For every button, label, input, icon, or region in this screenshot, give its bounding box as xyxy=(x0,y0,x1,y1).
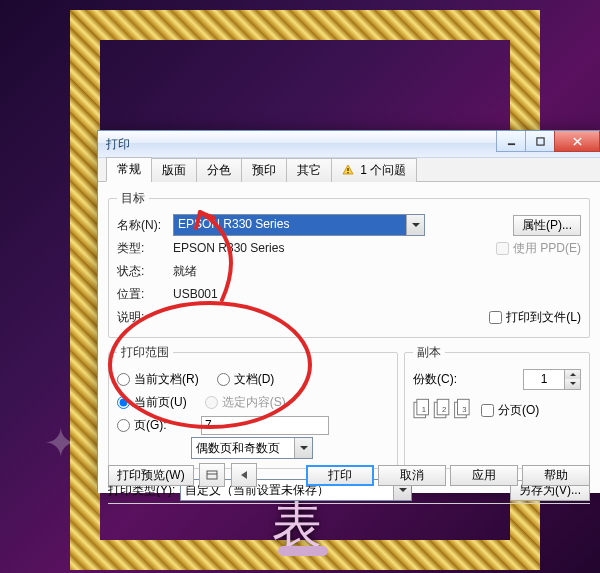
close-button[interactable] xyxy=(554,131,600,152)
collate-checkbox[interactable]: 分页(O) xyxy=(481,402,539,419)
cancel-button[interactable]: 取消 xyxy=(378,465,446,486)
collate-icon: 1 2 3 xyxy=(413,396,473,425)
background-underline xyxy=(278,546,328,556)
properties-button[interactable]: 属性(P)... xyxy=(513,215,581,236)
radio-current-page[interactable]: 当前页(U) xyxy=(117,394,187,411)
pages-mode-select[interactable]: 偶数页和奇数页 xyxy=(191,437,313,459)
svg-text:1: 1 xyxy=(422,405,426,414)
type-label: 类型: xyxy=(117,240,173,257)
svg-rect-3 xyxy=(347,172,348,173)
print-to-file-checkbox[interactable]: 打印到文件(L) xyxy=(489,309,581,326)
status-value: 就绪 xyxy=(173,263,197,280)
range-legend: 打印范围 xyxy=(117,344,173,361)
tab-general[interactable]: 常规 xyxy=(106,157,152,182)
tool-button-2[interactable] xyxy=(231,463,257,487)
copies-count-input[interactable] xyxy=(523,369,581,390)
print-dialog: 打印 常规 版面 分色 预印 其它 1 个问题 目标 名称(N): EPSON … xyxy=(97,130,600,492)
radio-documents[interactable]: 文档(D) xyxy=(217,371,275,388)
radio-pages[interactable]: 页(G): xyxy=(117,417,183,434)
help-button[interactable]: 帮助 xyxy=(522,465,590,486)
range-group: 打印范围 当前文档(R) 文档(D) 当前页(U) 选定内容(S) 页(G): … xyxy=(108,344,398,469)
where-label: 位置: xyxy=(117,286,173,303)
titlebar[interactable]: 打印 xyxy=(98,131,600,158)
tab-prepress[interactable]: 预印 xyxy=(241,158,287,182)
print-preview-button[interactable]: 打印预览(W) xyxy=(108,465,194,486)
target-group: 目标 名称(N): EPSON R330 Series 属性(P)... 类型:… xyxy=(108,190,590,338)
warning-icon xyxy=(342,164,354,176)
tool-button-1[interactable] xyxy=(199,463,225,487)
tab-misc[interactable]: 其它 xyxy=(286,158,332,182)
copies-count-label: 份数(C): xyxy=(413,371,523,388)
tab-bar: 常规 版面 分色 预印 其它 1 个问题 xyxy=(98,158,600,182)
tab-separations[interactable]: 分色 xyxy=(196,158,242,182)
type-value: EPSON R330 Series xyxy=(173,241,284,255)
spin-up-icon[interactable] xyxy=(565,370,580,380)
separator xyxy=(108,503,590,504)
sparkle-icon: ✦ xyxy=(44,420,78,466)
target-legend: 目标 xyxy=(117,190,149,207)
spin-down-icon[interactable] xyxy=(565,379,580,389)
pages-input[interactable] xyxy=(201,416,329,435)
svg-text:2: 2 xyxy=(442,405,446,414)
copies-legend: 副本 xyxy=(413,344,445,361)
printer-select[interactable]: EPSON R330 Series xyxy=(173,214,425,236)
tab-pane-general: 目标 名称(N): EPSON R330 Series 属性(P)... 类型:… xyxy=(98,182,600,493)
minimize-button[interactable] xyxy=(496,131,526,152)
apply-button[interactable]: 应用 xyxy=(450,465,518,486)
comment-label: 说明: xyxy=(117,309,173,326)
print-button[interactable]: 打印 xyxy=(306,465,374,486)
svg-text:3: 3 xyxy=(462,405,466,414)
dialog-title: 打印 xyxy=(102,136,130,153)
radio-current-doc[interactable]: 当前文档(R) xyxy=(117,371,199,388)
copies-group: 副本 份数(C): xyxy=(404,344,590,469)
svg-rect-13 xyxy=(207,471,217,479)
svg-rect-2 xyxy=(347,168,348,171)
maximize-button[interactable] xyxy=(525,131,555,152)
tab-layout[interactable]: 版面 xyxy=(151,158,197,182)
printer-selected-value: EPSON R330 Series xyxy=(174,215,406,235)
svg-rect-1 xyxy=(536,137,543,144)
where-value: USB001 xyxy=(173,287,218,301)
dropdown-icon xyxy=(294,438,312,458)
dropdown-icon xyxy=(406,215,424,235)
radio-selection[interactable]: 选定内容(S) xyxy=(205,394,286,411)
status-label: 状态: xyxy=(117,263,173,280)
name-label: 名称(N): xyxy=(117,217,173,234)
dialog-footer: 打印预览(W) 打印 取消 应用 帮助 xyxy=(108,463,590,487)
use-ppd-checkbox[interactable]: 使用 PPD(E) xyxy=(496,240,581,257)
tab-issues[interactable]: 1 个问题 xyxy=(331,158,417,182)
